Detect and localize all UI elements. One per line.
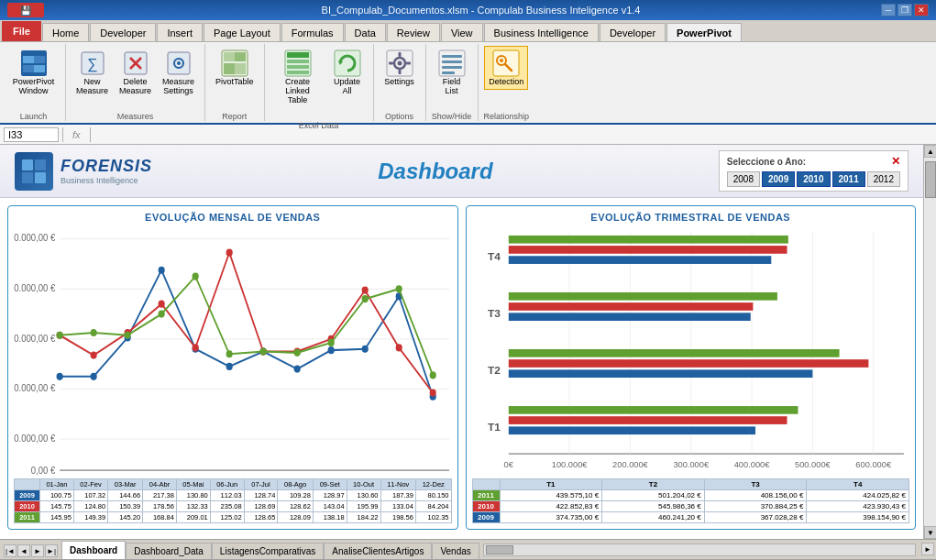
svg-text:50.000,00 €: 50.000,00 €: [14, 433, 56, 444]
tab-business-intelligence[interactable]: Business Intelligence: [484, 23, 599, 41]
powerpivot-icon: [19, 49, 49, 78]
scrollbar-up-button[interactable]: ▲: [924, 145, 936, 158]
sheet-tab-dashboard[interactable]: Dashboard: [61, 541, 126, 559]
svg-point-12: [177, 61, 181, 65]
field-list-icon: [437, 49, 467, 78]
svg-rect-41: [22, 159, 33, 170]
restore-button[interactable]: ❐: [897, 4, 912, 16]
svg-rect-1: [23, 56, 34, 63]
svg-point-80: [430, 389, 436, 396]
svg-rect-22: [287, 71, 309, 74]
bar-chart-area: T4 T3 T2 T1 0€ 100.000€ 200.000€ 300.000…: [472, 226, 910, 477]
pivottable-icon: [220, 49, 249, 78]
tab-review[interactable]: Review: [387, 23, 440, 41]
report-group-label: Report: [222, 112, 247, 121]
svg-rect-23: [335, 50, 360, 76]
svg-point-65: [328, 346, 335, 354]
tab-home[interactable]: Home: [42, 23, 89, 41]
svg-text:600.000€: 600.000€: [855, 460, 891, 469]
create-linked-table-button[interactable]: CreateLinked Table: [270, 46, 325, 108]
h-scrollbar-thumb[interactable]: [486, 545, 513, 555]
measures-group-label: Measures: [117, 112, 154, 121]
sheet-nav-next[interactable]: ►: [31, 544, 44, 557]
svg-text:∑: ∑: [87, 56, 97, 72]
tab-formulas[interactable]: Formulas: [281, 23, 344, 41]
tab-view[interactable]: View: [441, 23, 483, 41]
new-measure-button[interactable]: ∑ NewMeasure: [72, 46, 113, 99]
vertical-scrollbar[interactable]: ▲ ▼: [923, 145, 936, 539]
svg-text:400.000€: 400.000€: [733, 460, 769, 469]
svg-rect-35: [442, 66, 462, 69]
svg-rect-2: [34, 56, 45, 63]
t4-2011-bar: [508, 236, 787, 244]
bar-chart-svg: T4 T3 T2 T1 0€ 100.000€ 200.000€ 300.000…: [472, 226, 910, 477]
svg-rect-14: [224, 52, 235, 61]
svg-rect-20: [287, 60, 309, 63]
tab-insert[interactable]: Insert: [157, 23, 203, 41]
measure-settings-button[interactable]: MeasureSettings: [158, 46, 199, 99]
delete-measure-button[interactable]: DeleteMeasure: [115, 46, 156, 99]
svg-point-92: [430, 371, 436, 379]
sheet-nav-first[interactable]: |◄: [4, 544, 17, 557]
field-list-button[interactable]: FieldList: [432, 46, 472, 99]
logo-area: FORENSIS Business Intelligence: [15, 152, 152, 191]
scrollbar-thumb[interactable]: [925, 161, 936, 198]
sheet-tab-vendas[interactable]: Vendas: [432, 543, 479, 559]
year-selector-close[interactable]: ✕: [891, 155, 900, 168]
svg-text:0€: 0€: [503, 460, 512, 469]
detection-button[interactable]: Detection: [484, 46, 528, 90]
sheet-nav-prev[interactable]: ◄: [17, 544, 30, 557]
dashboard-content: FORENSIS Business Intelligence Dashboard…: [0, 145, 923, 539]
svg-point-60: [159, 267, 165, 274]
svg-point-62: [226, 363, 233, 370]
tab-developer[interactable]: Developer: [90, 23, 156, 41]
year-2012-button[interactable]: 2012: [867, 171, 900, 187]
svg-rect-4: [34, 65, 45, 72]
svg-rect-19: [287, 52, 309, 58]
svg-rect-42: [35, 159, 46, 170]
line-chart-table: 01-Jan 02-Fev 03-Mar 04-Abr 05-Mai 06-Ju…: [14, 478, 452, 523]
ribbon-group-launch: PowerPivotWindow Launch: [2, 44, 66, 121]
update-all-button[interactable]: UpdateAll: [327, 46, 368, 99]
measure-settings-label: MeasureSettings: [162, 78, 194, 96]
scrollbar-down-button[interactable]: ▼: [924, 526, 936, 539]
year-2009-button[interactable]: 2009: [762, 171, 795, 187]
tab-developer2[interactable]: Developer: [600, 23, 666, 41]
cell-reference-input[interactable]: [4, 127, 59, 142]
pivottable-label: PivotTable: [215, 78, 254, 87]
minimize-button[interactable]: ─: [881, 4, 896, 16]
horizontal-scrollbar[interactable]: [483, 544, 916, 556]
powerpivot-window-button[interactable]: PowerPivotWindow: [8, 46, 60, 99]
t3-2009-bar: [508, 313, 750, 321]
ribbon-group-excel-data: CreateLinked Table UpdateAll Excel Data: [265, 44, 374, 121]
tab-data[interactable]: Data: [345, 23, 386, 41]
sheet-nav-last[interactable]: ►|: [45, 544, 58, 557]
powerpivot-window-label: PowerPivotWindow: [13, 78, 55, 96]
svg-rect-30: [389, 62, 393, 65]
year-2010-button[interactable]: 2010: [797, 171, 830, 187]
year-2011-button[interactable]: 2011: [832, 171, 865, 187]
pivottable-button[interactable]: PivotTable: [211, 46, 259, 90]
sheet-tab-analise[interactable]: AnaliseClientesArtigos: [324, 543, 432, 559]
h-scrollbar-right[interactable]: ►: [921, 543, 934, 555]
sheet-tab-listagens[interactable]: ListagensComparativas: [212, 543, 325, 559]
formula-input[interactable]: [94, 128, 932, 141]
close-button[interactable]: ✕: [914, 4, 929, 16]
logo-text: FORENSIS Business Intelligence: [61, 157, 152, 185]
tab-page-layout[interactable]: Page Layout: [204, 23, 281, 41]
delete-measure-icon: [121, 49, 150, 78]
tab-file[interactable]: File: [2, 21, 41, 41]
t1-2010-bar: [508, 416, 787, 424]
svg-point-81: [57, 332, 63, 339]
new-measure-icon: ∑: [78, 49, 107, 78]
t2-2010-bar: [508, 359, 868, 368]
tab-powerpivot[interactable]: PowerPivot: [666, 23, 742, 41]
scrollbar-track[interactable]: [924, 158, 936, 526]
quick-access-toolbar[interactable]: 💾: [7, 3, 44, 17]
ribbon-group-show-hide: FieldList Show/Hide: [426, 44, 479, 121]
svg-rect-33: [442, 55, 462, 58]
sheet-tab-dashboard-data[interactable]: Dashboard_Data: [126, 543, 212, 559]
year-2008-button[interactable]: 2008: [727, 171, 760, 187]
settings-button[interactable]: Settings: [380, 46, 420, 90]
svg-rect-16: [224, 63, 235, 74]
